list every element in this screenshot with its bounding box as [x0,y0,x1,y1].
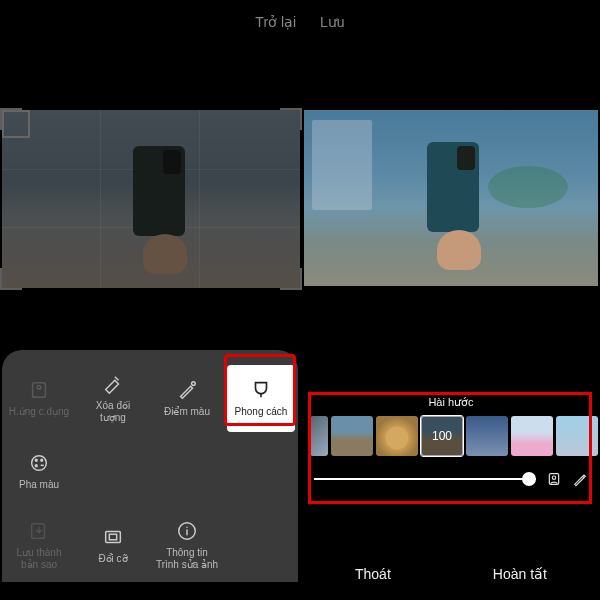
preview-row [0,110,600,290]
tool-label: Điểm màu [164,406,210,418]
done-button[interactable]: Hoàn tất [493,566,547,582]
styled-preview[interactable] [304,110,598,286]
svg-point-1 [37,386,41,390]
tool-label: Lưu thành bản sao [17,547,62,571]
svg-point-6 [35,465,37,467]
svg-point-2 [192,382,196,386]
style-highlight-annotation [224,354,296,426]
spot-color-tool[interactable]: Điểm màu [150,362,224,435]
editor-screen: Trở lại Lưu H.ứng c.dụng Xóa đối tượng [0,0,600,600]
svg-point-5 [41,460,43,462]
svg-point-4 [35,460,37,462]
save-button[interactable]: Lưu [320,14,345,30]
tool-label: Đổi cỡ [98,553,127,565]
exit-button[interactable]: Thoát [355,566,391,582]
tool-label: Xóa đối tượng [96,400,130,424]
tool-label: H.ứng c.dụng [9,406,69,418]
about-tool[interactable]: Thông tin Trình sửa ảnh [150,509,224,582]
erase-object-tool[interactable]: Xóa đối tượng [76,362,150,435]
save-copy-tool[interactable]: Lưu thành bản sao [2,509,76,582]
original-preview[interactable] [2,110,300,288]
color-mix-tool[interactable]: Pha màu [2,435,76,508]
svg-rect-9 [109,534,116,540]
style-panel-annotation [308,392,592,504]
resize-tool[interactable]: Đổi cỡ [76,509,150,582]
tool-label: Thông tin Trình sửa ảnh [156,547,218,571]
effect-tool[interactable]: H.ứng c.dụng [2,362,76,435]
header: Trở lại Lưu [0,14,600,30]
back-button[interactable]: Trở lại [255,14,296,30]
svg-rect-8 [106,531,121,542]
svg-point-3 [32,456,47,471]
tool-label: Pha màu [19,479,59,491]
action-row: Thoát Hoàn tất [304,566,598,582]
